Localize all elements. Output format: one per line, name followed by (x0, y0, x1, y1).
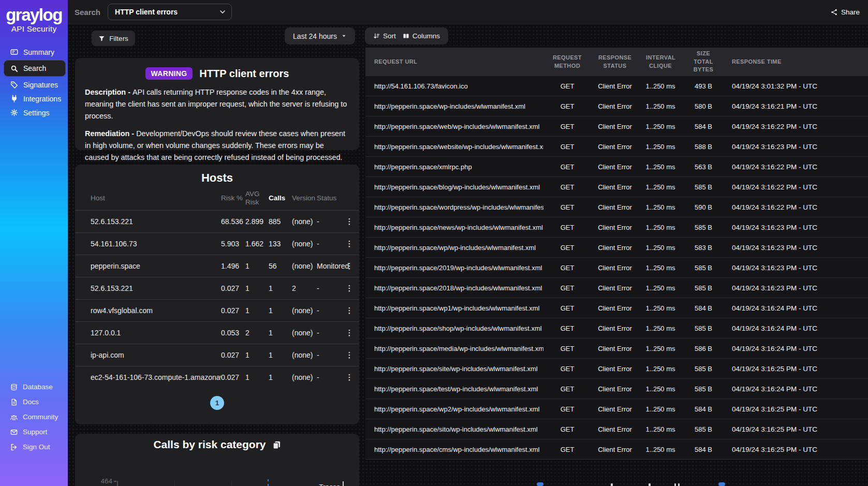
hosts-table-row[interactable]: 52.6.153.221 0.027 1 1 2 - ⋮ (75, 277, 359, 299)
request-table-row[interactable]: http://pepperin.space/site/wp-includes/w… (365, 359, 868, 379)
request-table-row[interactable]: http://pepperin.space/wp/wp-includes/wlw… (365, 238, 868, 258)
request-table-row[interactable]: http://pepperin.space/2018/wp-includes/w… (365, 278, 868, 298)
sidebar-footer-item[interactable]: Support (0, 424, 68, 439)
status-cell: - (317, 217, 345, 226)
col-request-url[interactable]: REQUEST URL (365, 58, 543, 66)
col-response-time[interactable]: RESPONSE TIME (725, 58, 868, 66)
funnel-icon (98, 35, 105, 42)
row-menu-kebab-icon[interactable]: ⋮ (345, 373, 354, 382)
request-table-row[interactable]: http://54.161.106.73/favicon.ico GET Cli… (365, 76, 868, 96)
sidebar-footer-item[interactable]: Docs (0, 394, 68, 409)
sidebar-nav-item[interactable]: Signatures (0, 78, 68, 92)
sidebar-footer-item[interactable]: Sign Out (0, 439, 68, 454)
risk-cell: 0.027 (221, 351, 245, 359)
share-button[interactable]: Share (831, 0, 860, 24)
request-table-row[interactable]: http://pepperin.space/wp-includes/wlwman… (365, 96, 868, 116)
pagination-next-cutoff[interactable] (718, 482, 725, 486)
pagination-page-cutoff[interactable] (678, 483, 680, 486)
row-menu-kebab-icon[interactable]: ⋮ (345, 284, 354, 293)
hosts-table-body: 52.6.153.221 68.536 2.899 885 (none) - ⋮… (75, 210, 359, 388)
request-url-cell: http://pepperin.space/blog/wp-includes/w… (365, 183, 543, 191)
col-response-status[interactable]: RESPONSE STATUS (591, 54, 639, 70)
pagination-page-cutoff[interactable] (649, 483, 651, 486)
calls-cell: 1 (269, 284, 292, 292)
row-menu-kebab-icon[interactable]: ⋮ (345, 328, 354, 337)
response-time-cell: 04/19/24 3:16:24 PM - UTC (725, 385, 868, 393)
request-table-row[interactable]: http://pepperin.space/shop/wp-includes/w… (365, 318, 868, 338)
pagination-page-cutoff[interactable] (611, 483, 613, 486)
row-menu-kebab-icon[interactable]: ⋮ (345, 217, 354, 226)
copy-icon[interactable] (272, 440, 281, 449)
chevron-down-icon (219, 8, 226, 16)
col-version[interactable]: Version (292, 194, 317, 202)
col-size-total-bytes[interactable]: SIZE TOTAL BYTES (682, 50, 725, 75)
calls-cell: 1 (269, 373, 292, 381)
filters-button[interactable]: Filters (92, 31, 135, 46)
hosts-table-row[interactable]: 127.0.0.1 0.053 2 1 (none) - ⋮ (75, 321, 359, 344)
request-method-cell: GET (543, 123, 591, 130)
request-method-cell: GET (543, 143, 591, 151)
calls-cell: 885 (269, 217, 292, 226)
sort-button[interactable]: Sort (373, 32, 396, 40)
row-menu-kebab-icon[interactable]: ⋮ (345, 239, 354, 248)
sidebar-nav-item[interactable]: Summary (0, 45, 68, 59)
col-status[interactable]: Status (317, 194, 345, 202)
page-1-button[interactable]: 1 (210, 396, 224, 410)
risk-cell: 68.536 (221, 217, 245, 226)
hosts-table-row[interactable]: pepperin.space 1.496 1 56 (none) Monitor… (75, 255, 359, 277)
sidebar-nav-item[interactable]: Settings (0, 106, 68, 120)
request-table-row[interactable]: http://pepperin.space/blog/wp-includes/w… (365, 177, 868, 197)
request-table-row[interactable]: http://pepperin.space/xmlrpc.php GET Cli… (365, 157, 868, 177)
request-table-row[interactable]: http://pepperin.space/media/wp-includes/… (365, 338, 868, 359)
row-menu-kebab-icon[interactable]: ⋮ (345, 261, 354, 271)
request-method-cell: GET (543, 82, 591, 90)
interval-clique-cell: 1..250 ms (639, 304, 682, 312)
hosts-table-row[interactable]: 54.161.106.73 5.903 1.662 133 (none) - ⋮ (75, 232, 359, 255)
response-status-cell: Client Error (591, 203, 639, 211)
sidebar-nav-item[interactable]: Search (4, 60, 66, 77)
saved-search-select[interactable]: HTTP client errors (108, 4, 232, 20)
host-cell: 54.161.106.73 (91, 240, 221, 248)
request-table-row[interactable]: http://pepperin.space/wp1/wp-includes/wl… (365, 298, 868, 318)
response-time-cell: 04/19/24 3:16:22 PM - UTC (725, 163, 868, 171)
row-menu-kebab-icon[interactable]: ⋮ (345, 350, 354, 360)
request-table-row[interactable]: http://pepperin.space/test/wp-includes/w… (365, 379, 868, 399)
nav-label: Sign Out (23, 443, 50, 451)
sidebar-nav-item[interactable]: Integrations (0, 92, 68, 106)
request-table-row[interactable]: http://pepperin.space/sito/wp-includes/w… (365, 419, 868, 439)
request-table-row[interactable]: http://pepperin.space/wordpress/wp-inclu… (365, 197, 868, 217)
col-calls[interactable]: Calls (269, 194, 292, 202)
pagination-prev-cutoff[interactable] (537, 482, 543, 486)
request-table-row[interactable]: http://pepperin.space/website/wp-include… (365, 137, 868, 157)
col-interval-clique[interactable]: INTERVAL CLIQUE (639, 54, 682, 70)
request-table-row[interactable]: http://pepperin.space/wp2/wp-includes/wl… (365, 399, 868, 419)
request-table-row[interactable]: http://pepperin.space/news/wp-includes/w… (365, 217, 868, 238)
interval-clique-cell: 1..250 ms (639, 82, 682, 90)
time-range-value: Last 24 hours (293, 32, 337, 40)
col-risk[interactable]: Risk % (221, 194, 245, 202)
col-host[interactable]: Host (91, 194, 221, 202)
pagination-page-cutoff[interactable] (674, 483, 676, 486)
row-menu-kebab-icon[interactable]: ⋮ (345, 306, 354, 315)
risk-cell: 5.903 (221, 240, 245, 248)
hosts-table-row[interactable]: ec2-54-161-106-73.compute-1.amazonaw 0.0… (75, 366, 359, 388)
size-cell: 584 B (682, 304, 725, 312)
col-avg-risk[interactable]: AVG Risk (245, 190, 269, 206)
hosts-table-row[interactable]: 52.6.153.221 68.536 2.899 885 (none) - ⋮ (75, 210, 359, 232)
col-request-method[interactable]: REQUEST METHOD (543, 54, 591, 70)
request-method-cell: GET (543, 284, 591, 292)
request-table-row[interactable]: http://pepperin.space/web/wp-includes/wl… (365, 116, 868, 137)
columns-button[interactable]: Columns (403, 32, 440, 40)
request-table-row[interactable]: http://pepperin.space/2019/wp-includes/w… (365, 258, 868, 278)
size-cell: 585 B (682, 284, 725, 292)
hosts-table-row[interactable]: row4.vfsglobal.com 0.027 1 1 (none) - ⋮ (75, 299, 359, 321)
time-range-dropdown[interactable]: Last 24 hours (285, 27, 355, 45)
nav-icon (10, 65, 18, 72)
hosts-table-row[interactable]: ip-api.com 0.027 1 1 (none) - ⋮ (75, 344, 359, 366)
sidebar-footer-item[interactable]: Community (0, 409, 68, 424)
request-table-row[interactable]: http://pepperin.space/cms/wp-includes/wl… (365, 439, 868, 460)
sidebar-footer-item[interactable]: Database (0, 379, 68, 394)
response-status-cell: Client Error (591, 425, 639, 433)
response-time-cell: 04/19/24 3:16:24 PM - UTC (725, 325, 868, 332)
request-method-cell: GET (543, 425, 591, 433)
